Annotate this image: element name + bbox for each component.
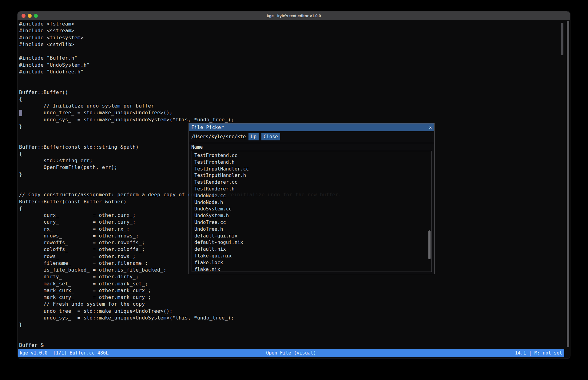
code-line[interactable]: #include <filesystem> bbox=[19, 34, 570, 41]
code-line[interactable]: undo_sys_ = std::make_unique<UndoSystem>… bbox=[19, 315, 570, 321]
window-scrollbar-thumb[interactable] bbox=[567, 21, 569, 347]
desktop: kge - kyle's text editor v1.0.0 #include… bbox=[0, 0, 588, 380]
list-item[interactable]: UndoTree.cc bbox=[192, 219, 431, 226]
list-item[interactable]: TestRenderer.h bbox=[192, 186, 431, 193]
code-line[interactable] bbox=[19, 82, 570, 89]
code-line[interactable]: dirty_ = other.dirty_; bbox=[19, 273, 570, 280]
code-line[interactable]: undo_sys_ = std::make_unique<UndoSystem>… bbox=[19, 116, 570, 123]
code-line[interactable]: mark_set_ = other.mark_set_; bbox=[19, 280, 570, 287]
status-file-info: kge v1.0.0 [1/1] Buffer.cc 486L bbox=[20, 350, 109, 356]
file-list-rows: TestFrontend.ccTestFrontend.hTestInputHa… bbox=[192, 151, 431, 272]
window-titlebar[interactable]: kge - kyle's text editor v1.0.0 bbox=[18, 11, 570, 20]
list-item[interactable]: default-gui.nix bbox=[192, 233, 431, 240]
editor-scrollbar-thumb[interactable] bbox=[561, 23, 563, 55]
code-line[interactable]: Buffer & bbox=[19, 342, 570, 349]
code-line[interactable]: #include "Buffer.h" bbox=[19, 55, 570, 61]
file-list-scrollbar-thumb[interactable] bbox=[428, 230, 431, 259]
close-icon: ✕ bbox=[429, 125, 432, 130]
close-button[interactable]: Close bbox=[261, 133, 280, 140]
code-line[interactable]: undo_tree_ = std::make_unique<UndoTree>(… bbox=[19, 308, 570, 315]
list-item[interactable]: UndoTree.h bbox=[192, 226, 431, 233]
dialog-title: File Picker bbox=[189, 125, 224, 130]
window-title: kge - kyle's text editor v1.0.0 bbox=[18, 14, 570, 18]
traffic-lights bbox=[22, 14, 38, 18]
zoom-window-icon[interactable] bbox=[34, 14, 38, 18]
file-list[interactable]: TestFrontend.ccTestFrontend.hTestInputHa… bbox=[192, 151, 432, 272]
file-picker-dialog: File Picker ✕ /Users/kyle/src/kte Up Clo… bbox=[189, 123, 435, 274]
minimize-window-icon[interactable] bbox=[28, 14, 32, 18]
code-line[interactable]: } bbox=[19, 321, 570, 328]
list-item[interactable]: TestFrontend.cc bbox=[192, 152, 431, 159]
list-item[interactable]: default.nix bbox=[192, 246, 431, 253]
list-item[interactable]: TestInputHandler.cc bbox=[192, 166, 431, 173]
status-bar: kge v1.0.0 [1/1] Buffer.cc 486L Open Fil… bbox=[18, 349, 564, 357]
app-window: kge - kyle's text editor v1.0.0 #include… bbox=[18, 11, 570, 358]
code-line[interactable] bbox=[19, 75, 570, 82]
list-item[interactable]: UndoNode.h bbox=[192, 199, 431, 206]
code-line[interactable]: #include "UndoSystem.h" bbox=[19, 62, 570, 69]
status-cursor-position: 14,1 | M: not set bbox=[515, 350, 562, 356]
code-line[interactable]: #include <fstream> bbox=[19, 21, 570, 27]
list-item[interactable]: flake-gui.nix bbox=[192, 253, 431, 260]
dialog-close-button[interactable]: ✕ bbox=[429, 123, 432, 131]
code-line[interactable] bbox=[19, 48, 570, 55]
list-item[interactable]: TestFrontend.h bbox=[192, 159, 431, 166]
column-header-name: Name bbox=[191, 144, 203, 150]
dialog-path-row: /Users/kyle/src/kte Up Close bbox=[189, 131, 434, 142]
list-item[interactable]: UndoSystem.h bbox=[192, 213, 431, 219]
list-item[interactable]: TestRenderer.cc bbox=[192, 179, 431, 186]
current-path-label: /Users/kyle/src/kte bbox=[191, 134, 246, 139]
list-item[interactable]: default-nogui.nix bbox=[192, 239, 431, 246]
code-line[interactable]: { bbox=[19, 96, 570, 103]
close-window-icon[interactable] bbox=[22, 14, 26, 18]
code-line[interactable]: mark_curx_ = other.mark_curx_; bbox=[19, 287, 570, 294]
text-cursor-block bbox=[19, 110, 22, 116]
code-line[interactable]: mark_cury_ = other.mark_cury_; bbox=[19, 294, 570, 301]
code-line[interactable]: #include <sstream> bbox=[19, 27, 570, 34]
list-item[interactable]: flake.nix bbox=[192, 266, 431, 272]
code-line[interactable]: #include "UndoTree.h" bbox=[19, 69, 570, 75]
list-item[interactable]: UndoSystem.cc bbox=[192, 206, 431, 213]
code-line[interactable]: // Fresh undo system for the copy bbox=[19, 301, 570, 308]
code-line[interactable]: #include <cstdlib> bbox=[19, 41, 570, 48]
dialog-titlebar[interactable]: File Picker ✕ bbox=[189, 123, 434, 131]
code-line[interactable]: Buffer::Buffer() bbox=[19, 89, 570, 96]
code-line[interactable]: undo_tree_ = std::make_unique<UndoTree>(… bbox=[19, 109, 570, 116]
list-item[interactable]: TestInputHandler.h bbox=[192, 172, 431, 179]
dialog-separator bbox=[189, 143, 434, 143]
code-line[interactable]: // Initialize undo system per buffer bbox=[19, 103, 570, 109]
code-line[interactable] bbox=[19, 328, 570, 335]
list-item[interactable]: UndoNode.cc bbox=[192, 193, 431, 199]
code-line[interactable] bbox=[19, 335, 570, 342]
list-item[interactable]: flake.lock bbox=[192, 260, 431, 266]
up-button[interactable]: Up bbox=[248, 133, 259, 140]
